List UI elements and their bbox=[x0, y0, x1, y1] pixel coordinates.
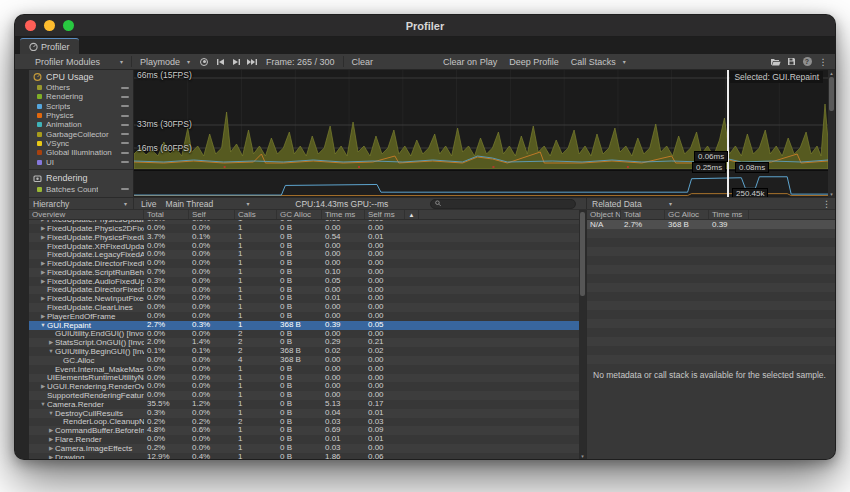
table-row[interactable]: ▶PlayerEndOfFrame0.0%0.0%10 B0.000.00 bbox=[29, 312, 579, 321]
expand-arrow-icon[interactable]: ▶ bbox=[39, 224, 47, 233]
column-header-gc-alloc[interactable]: GC Alloc bbox=[665, 210, 709, 219]
expand-arrow-icon[interactable]: ▶ bbox=[39, 277, 47, 286]
legend-item-rendering[interactable]: Rendering bbox=[29, 92, 133, 101]
clear-on-play-toggle[interactable]: Clear on Play bbox=[437, 55, 503, 69]
legend-item-animation[interactable]: Animation bbox=[29, 120, 133, 129]
hierarchy-scrollbar[interactable]: ▾ bbox=[579, 210, 586, 459]
legend-item-global-illumination[interactable]: Global Illumination bbox=[29, 148, 133, 157]
table-row[interactable]: GUIUtility.EndGUI() [Invoke0.0%0.0%20 B0… bbox=[29, 330, 579, 339]
scrollbar-thumb[interactable] bbox=[580, 212, 585, 296]
table-row[interactable]: ▶Drawing12.9%0.4%10 B1.860.06 bbox=[29, 453, 579, 459]
frame-playhead[interactable] bbox=[727, 70, 729, 197]
load-profile-button[interactable] bbox=[767, 55, 783, 69]
table-row[interactable]: ▶Flare.Render0.0%0.0%10 B0.010.01 bbox=[29, 435, 579, 444]
legend-toggle[interactable] bbox=[121, 87, 129, 89]
table-row[interactable]: ▶FixedUpdate.ScriptRunBehaviourFixedUpda… bbox=[29, 268, 579, 277]
table-row[interactable]: ▶UGUI.Rendering.RenderOverlays0.0%0.0%10… bbox=[29, 382, 579, 391]
legend-toggle[interactable] bbox=[121, 133, 129, 135]
table-row[interactable]: ▶StatsScript.OnGUI() [Invoke2.0%1.4%20 B… bbox=[29, 338, 579, 347]
table-row[interactable]: ▼DestroyCullResults0.3%0.0%10 B0.040.01 bbox=[29, 409, 579, 418]
legend-toggle[interactable] bbox=[121, 142, 129, 144]
table-row[interactable]: ▼GUI.Repaint2.7%0.3%1368 B0.390.05 bbox=[29, 321, 579, 330]
expand-arrow-icon[interactable]: ▶ bbox=[39, 382, 47, 391]
legend-toggle[interactable] bbox=[121, 124, 129, 126]
table-row[interactable]: RenderLoop.CleanupNodeQueue0.2%0.2%20 B0… bbox=[29, 418, 579, 427]
scroll-down-icon[interactable]: ▾ bbox=[828, 191, 835, 197]
legend-toggle[interactable] bbox=[121, 105, 129, 107]
scroll-up-icon[interactable]: ▴ bbox=[828, 70, 835, 76]
help-button[interactable]: ? bbox=[799, 55, 815, 69]
search-field[interactable] bbox=[430, 199, 576, 209]
profiler-modules-dropdown[interactable]: Profiler Modules▾ bbox=[29, 55, 129, 69]
module-rendering[interactable]: Rendering bbox=[29, 172, 133, 185]
legend-item-garbagecollector[interactable]: GarbageCollector bbox=[29, 129, 133, 138]
minimize-button[interactable] bbox=[44, 20, 55, 31]
collapse-arrow-icon[interactable]: ▼ bbox=[47, 347, 55, 356]
table-row[interactable]: UIElementsRuntimeUtilityNative0.0%0.0%10… bbox=[29, 374, 579, 383]
scroll-down-icon[interactable]: ▾ bbox=[579, 453, 586, 459]
expand-arrow-icon[interactable]: ▶ bbox=[47, 338, 55, 347]
related-data-row[interactable]: N/A2.7%368 B0.39 bbox=[587, 220, 835, 229]
expand-arrow-icon[interactable]: ▶ bbox=[39, 259, 47, 268]
collapse-arrow-icon[interactable]: ▼ bbox=[39, 400, 47, 409]
expand-arrow-icon[interactable]: ▶ bbox=[47, 435, 55, 444]
column-header-total[interactable]: Total bbox=[144, 210, 189, 219]
table-row[interactable]: ▶FixedUpdate.NewInputFixedUpdate0.0%0.0%… bbox=[29, 294, 579, 303]
column-header-overview[interactable]: Overview bbox=[29, 210, 144, 219]
scrollbar-thumb[interactable] bbox=[829, 77, 834, 111]
tab-profiler[interactable]: Profiler bbox=[20, 38, 79, 54]
legend-item-batches-count[interactable]: Batches Count bbox=[29, 185, 133, 194]
table-row[interactable]: ▼Camera.Render35.5%1.2%10 B5.130.17 bbox=[29, 400, 579, 409]
column-header-time-ms[interactable]: Time ms bbox=[322, 210, 365, 219]
collapse-arrow-icon[interactable]: ▼ bbox=[47, 409, 55, 418]
legend-item-others[interactable]: Others bbox=[29, 83, 133, 92]
close-button[interactable] bbox=[25, 20, 36, 31]
table-row[interactable]: ▶Camera.ImageEffects0.2%0.0%10 B0.030.00 bbox=[29, 444, 579, 453]
title-bar[interactable]: Profiler bbox=[15, 15, 835, 37]
column-header-total[interactable]: Total bbox=[621, 210, 665, 219]
thread-dropdown[interactable]: Main Thread▾ bbox=[162, 197, 254, 211]
legend-toggle[interactable] bbox=[121, 161, 129, 163]
legend-toggle[interactable] bbox=[121, 188, 129, 190]
related-data-dropdown[interactable]: Related Data▾ bbox=[587, 197, 677, 211]
view-mode-dropdown[interactable]: Hierarchy▾ bbox=[29, 197, 131, 211]
column-header-calls[interactable]: Calls bbox=[235, 210, 277, 219]
rendering-chart[interactable] bbox=[134, 170, 828, 197]
column-header-gc-alloc[interactable]: GC Alloc bbox=[277, 210, 322, 219]
target-dropdown[interactable]: Playmode▾ bbox=[134, 55, 196, 69]
zoom-button[interactable] bbox=[63, 20, 74, 31]
collapse-arrow-icon[interactable]: ▼ bbox=[39, 321, 47, 330]
column-header-self-ms[interactable]: Self ms bbox=[365, 210, 405, 219]
save-profile-button[interactable] bbox=[783, 55, 799, 69]
chart-scrollbar[interactable]: ▴ ▾ bbox=[828, 70, 835, 197]
collapse-warning-icon[interactable]: ▲ bbox=[405, 210, 419, 219]
legend-item-scripts[interactable]: Scripts bbox=[29, 102, 133, 111]
table-row[interactable]: ▶FixedUpdate.DirectorFixedUpdate0.0%0.0%… bbox=[29, 259, 579, 268]
deep-profile-toggle[interactable]: Deep Profile bbox=[503, 55, 565, 69]
search-input[interactable] bbox=[445, 199, 571, 208]
legend-item-physics[interactable]: Physics bbox=[29, 111, 133, 120]
expand-arrow-icon[interactable]: ▶ bbox=[39, 312, 47, 321]
column-header-self[interactable]: Self bbox=[189, 210, 235, 219]
table-row[interactable]: FixedUpdate.LegacyFixedAnimationUpdate0.… bbox=[29, 250, 579, 259]
expand-arrow-icon[interactable]: ▶ bbox=[47, 444, 55, 453]
legend-item-ui[interactable]: UI bbox=[29, 157, 133, 166]
table-row[interactable]: ▶FixedUpdate.PhysicsFixedUpdate3.7%0.1%1… bbox=[29, 233, 579, 242]
table-row[interactable]: FixedUpdate.DirectorFixedSampleCallback0… bbox=[29, 286, 579, 295]
record-button[interactable] bbox=[196, 55, 212, 69]
table-row[interactable]: ▶CommandBuffer.BeforeImageEffects4.8%0.6… bbox=[29, 426, 579, 435]
call-stacks-dropdown[interactable]: Call Stacks▾ bbox=[565, 55, 632, 69]
table-row[interactable]: ▶FixedUpdate.AudioFixedUpdate0.3%0.0%10 … bbox=[29, 277, 579, 286]
chart-area[interactable]: 66ms (15FPS) 33ms (30FPS) 16ms (60FPS) S… bbox=[134, 70, 835, 197]
expand-arrow-icon[interactable]: ▶ bbox=[47, 453, 55, 459]
live-toggle[interactable]: Live bbox=[136, 199, 162, 209]
module-cpu-usage[interactable]: CPU Usage bbox=[29, 70, 133, 83]
column-header-time-ms[interactable]: Time ms bbox=[709, 210, 749, 219]
expand-arrow-icon[interactable]: ▶ bbox=[39, 233, 47, 242]
legend-toggle[interactable] bbox=[121, 152, 129, 154]
table-row[interactable]: ▼GUIUtility.BeginGUI() [Invok0.1%0.1%236… bbox=[29, 347, 579, 356]
expand-arrow-icon[interactable]: ▶ bbox=[47, 426, 55, 435]
related-menu-button[interactable]: ⋮ bbox=[818, 199, 835, 209]
table-row[interactable]: FixedUpdate.ClearLines0.0%0.0%10 B0.000.… bbox=[29, 303, 579, 312]
table-row[interactable]: Event.Internal_MakeMasterEventCurrent0.0… bbox=[29, 365, 579, 374]
